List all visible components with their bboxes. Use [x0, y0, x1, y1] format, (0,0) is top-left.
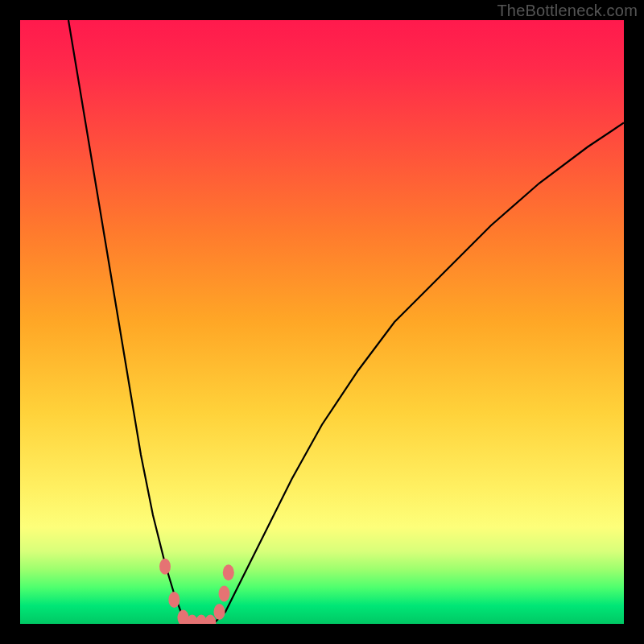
chart-frame: TheBottleneck.com	[0, 0, 644, 644]
data-marker	[214, 604, 225, 620]
curve-left-branch	[68, 20, 189, 624]
data-marker	[219, 586, 230, 602]
data-marker	[159, 559, 171, 575]
plot-area	[20, 20, 624, 624]
data-marker	[168, 592, 180, 608]
bottleneck-curve	[20, 20, 624, 624]
watermark-text: TheBottleneck.com	[497, 2, 638, 20]
curve-right-branch	[213, 123, 624, 625]
data-marker	[204, 615, 216, 625]
marker-group	[159, 559, 234, 624]
data-marker	[223, 564, 234, 580]
